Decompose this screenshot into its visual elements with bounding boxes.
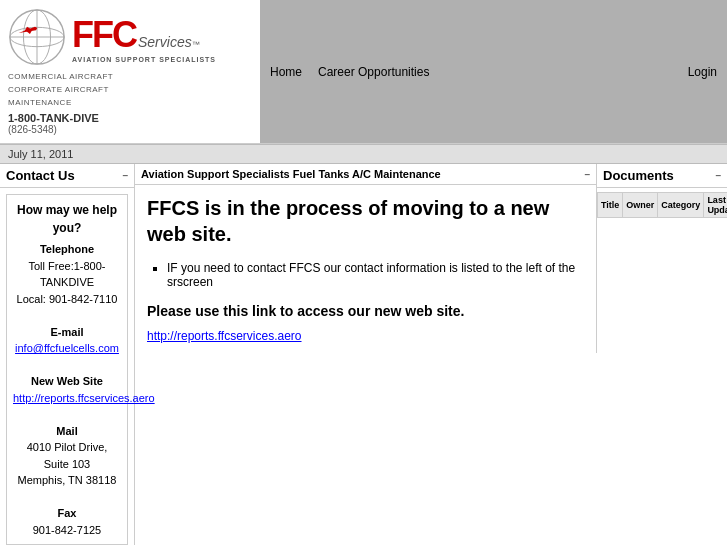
- nav-home[interactable]: Home: [270, 65, 302, 79]
- email-label: E-mail: [13, 324, 121, 341]
- col-last-updated: Last Updated: [704, 193, 727, 218]
- new-web-label: New Web Site: [13, 373, 121, 390]
- sidebar: Contact Us – How may we help you? Teleph…: [0, 164, 135, 545]
- sidebar-collapse-btn[interactable]: –: [122, 170, 128, 181]
- col-title: Title: [598, 193, 623, 218]
- header: FFC Services ™ AVIATION SUPPORT SPECIALI…: [0, 0, 727, 144]
- col-category: Category: [658, 193, 704, 218]
- tagline1: AVIATION SUPPORT SPECIALISTS: [72, 56, 216, 63]
- sidebar-title: Contact Us: [6, 168, 75, 183]
- nav-bar: Home Career Opportunities Login: [260, 0, 727, 143]
- toll-free: Toll Free:1-800-TANKDIVE: [13, 258, 121, 291]
- table-header-row: Title Owner Category Last Updated Size (…: [598, 193, 728, 218]
- current-date: July 11, 2011: [8, 148, 73, 160]
- please-text: Please use this link to access our new w…: [147, 303, 584, 319]
- middle-content: Aviation Support Specialists Fuel Tanks …: [135, 164, 597, 353]
- mail-label: Mail: [13, 423, 121, 440]
- middle-header: Aviation Support Specialists Fuel Tanks …: [135, 164, 596, 185]
- logo-top: FFC Services ™ AVIATION SUPPORT SPECIALI…: [8, 8, 252, 68]
- address1: 4010 Pilot Drive, Suite 103: [13, 439, 121, 472]
- fax-number: 901-842-7125: [13, 522, 121, 539]
- tm-logo: ™: [192, 40, 200, 49]
- logo-sub-taglines: COMMERCIAL AIRCRAFT CORPORATE AIRCRAFT M…: [8, 71, 252, 109]
- middle-collapse-btn[interactable]: –: [584, 169, 590, 180]
- logo-text-group: FFC Services ™ AVIATION SUPPORT SPECIALI…: [72, 14, 216, 63]
- phone-num-parens: (826-5348): [8, 124, 252, 135]
- contact-box: How may we help you? Telephone Toll Free…: [6, 194, 128, 545]
- tagline3: CORPORATE AIRCRAFT: [8, 84, 252, 97]
- right-sidebar-header: Documents –: [597, 164, 727, 188]
- right-sidebar: Documents – Title Owner Category Last Up…: [597, 164, 727, 218]
- logo-globe: [8, 8, 68, 68]
- nav-career[interactable]: Career Opportunities: [318, 65, 429, 79]
- nav-login[interactable]: Login: [688, 65, 717, 79]
- main-content: Contact Us – How may we help you? Teleph…: [0, 164, 727, 545]
- website-link[interactable]: http://reports.ffcservices.aero: [147, 329, 302, 343]
- sidebar-header: Contact Us –: [0, 164, 134, 188]
- tagline2: COMMERCIAL AIRCRAFT: [8, 71, 252, 84]
- right-sidebar-title: Documents: [603, 168, 674, 183]
- telephone-label: Telephone: [13, 241, 121, 258]
- tagline4: MAINTENANCE: [8, 97, 252, 110]
- ffc-logo-text: FFC: [72, 14, 136, 56]
- how-may-heading: How may we help you?: [13, 201, 121, 237]
- nav-area: Home Career Opportunities Login: [260, 0, 727, 143]
- date-bar: July 11, 2011: [0, 144, 727, 164]
- local-phone: Local: 901-842-7110: [13, 291, 121, 308]
- new-web-link[interactable]: http://reports.ffcservices.aero: [13, 390, 121, 407]
- email-link[interactable]: info@ffcfuelcells.com: [13, 340, 121, 357]
- services-logo-text: Services: [138, 34, 192, 50]
- phone-number: 1-800-TANK-DIVE: [8, 112, 252, 124]
- right-collapse-btn[interactable]: –: [715, 170, 721, 181]
- middle-title: Aviation Support Specialists Fuel Tanks …: [141, 168, 441, 180]
- documents-table: Title Owner Category Last Updated Size (…: [597, 192, 727, 218]
- col-owner: Owner: [623, 193, 658, 218]
- logo-area: FFC Services ™ AVIATION SUPPORT SPECIALI…: [0, 0, 260, 143]
- bullet-item: IF you need to contact FFCS our contact …: [167, 261, 584, 289]
- main-heading: FFCS is in the process of moving to a ne…: [147, 195, 584, 247]
- fax-label: Fax: [13, 505, 121, 522]
- address2: Memphis, TN 38118: [13, 472, 121, 489]
- middle-body: FFCS is in the process of moving to a ne…: [135, 185, 596, 353]
